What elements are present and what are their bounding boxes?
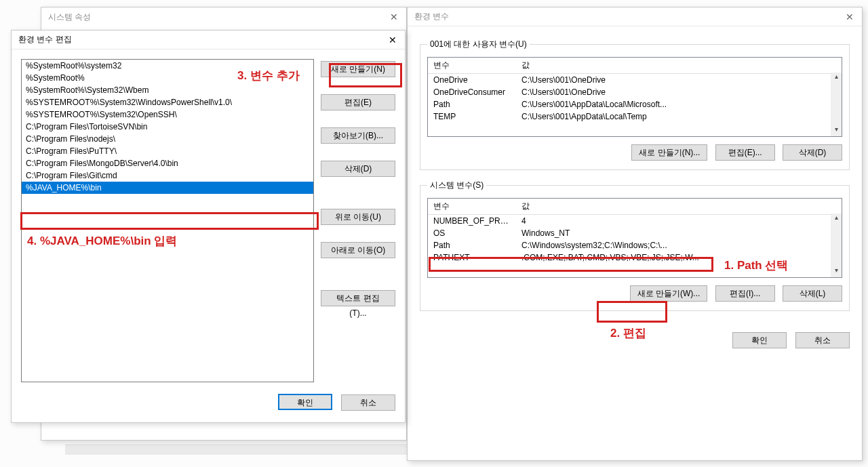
cell-var: PATHEXT xyxy=(428,251,516,264)
sys-delete-button[interactable]: 삭제(L) xyxy=(783,285,842,302)
path-list[interactable]: %SystemRoot%\system32%SystemRoot%%System… xyxy=(21,59,314,382)
table-row[interactable]: PATHEXT.COM;.EXE;.BAT;.CMD;.VBS;.VBE;.JS… xyxy=(428,251,842,264)
user-vars-legend: 001에 대한 사용자 변수(U) xyxy=(427,39,530,50)
list-item[interactable]: %SystemRoot%\System32\Wbem xyxy=(22,84,313,96)
cell-val: C:\Users\001\OneDrive xyxy=(516,74,842,86)
cell-val: Windows_NT xyxy=(516,227,842,239)
col-header-val[interactable]: 값 xyxy=(516,58,842,73)
user-vars-group: 001에 대한 사용자 변수(U) 변수 값 OneDriveC:\Users\… xyxy=(420,39,850,170)
system-vars-group: 시스템 변수(S) 변수 값 NUMBER_OF_PRO...4OSWindow… xyxy=(420,180,850,311)
list-item[interactable]: %JAVA_HOME%\bin xyxy=(22,182,313,194)
scroll-down-icon[interactable]: ▾ xyxy=(831,266,842,277)
table-row[interactable]: OneDriveC:\Users\001\OneDrive xyxy=(428,74,842,86)
table-row[interactable]: OSWindows_NT xyxy=(428,227,842,239)
cell-val: C:\Users\001\AppData\Local\Temp xyxy=(516,110,842,123)
system-vars-list[interactable]: 변수 값 NUMBER_OF_PRO...4OSWindows_NTPathC:… xyxy=(427,198,842,278)
cell-var: OneDriveConsumer xyxy=(428,86,516,98)
ok-button[interactable]: 확인 xyxy=(278,394,332,410)
scrollbar[interactable]: ▴ ▾ xyxy=(831,73,842,136)
cell-var: NUMBER_OF_PRO... xyxy=(428,215,516,227)
cell-var: Path xyxy=(428,239,516,251)
delete-button[interactable]: 삭제(D) xyxy=(321,161,395,177)
list-item[interactable]: %SYSTEMROOT%\System32\OpenSSH\ xyxy=(22,108,313,121)
system-vars-legend: 시스템 변수(S) xyxy=(427,180,486,191)
sys-edit-button[interactable]: 편집(I)... xyxy=(715,285,775,302)
cell-val: 4 xyxy=(516,215,842,227)
list-item[interactable]: %SYSTEMROOT%\System32\WindowsPowerShell\… xyxy=(22,96,313,108)
table-row[interactable]: PathC:\Windows\system32;C:\Windows;C:\..… xyxy=(428,239,842,251)
user-new-button[interactable]: 새로 만들기(N)... xyxy=(631,144,707,161)
table-row[interactable]: OneDriveConsumerC:\Users\001\OneDrive xyxy=(428,86,842,98)
new-button[interactable]: 새로 만들기(N) xyxy=(321,61,395,77)
table-row[interactable]: TEMPC:\Users\001\AppData\Local\Temp xyxy=(428,110,842,123)
scrollbar[interactable]: ▴ ▾ xyxy=(831,214,842,277)
ok-button[interactable]: 확인 xyxy=(732,332,787,348)
scroll-up-icon[interactable]: ▴ xyxy=(831,73,842,83)
window-title: 환경 변수 xyxy=(414,11,449,22)
env-vars-window: 환경 변수 ✕ 001에 대한 사용자 변수(U) 변수 값 OneDriveC… xyxy=(407,7,863,461)
close-icon[interactable]: ✕ xyxy=(843,12,856,22)
text-edit-button[interactable]: 텍스트 편집(T)... xyxy=(321,290,395,306)
scroll-down-icon[interactable]: ▾ xyxy=(831,125,842,136)
window-title: 시스템 속성 xyxy=(48,12,91,23)
col-header-var[interactable]: 변수 xyxy=(428,58,516,73)
list-item[interactable]: C:\Program Files\TortoiseSVN\bin xyxy=(22,121,313,133)
edit-button[interactable]: 편집(E) xyxy=(321,94,395,110)
cell-val: C:\Windows\system32;C:\Windows;C:\... xyxy=(516,239,842,251)
close-icon[interactable]: ✕ xyxy=(386,35,399,45)
window-title: 환경 변수 편집 xyxy=(18,34,72,45)
list-item[interactable]: C:\Program Files\Git\cmd xyxy=(22,169,313,182)
list-item[interactable]: C:\Program Files\PuTTY\ xyxy=(22,145,313,157)
scroll-up-icon[interactable]: ▴ xyxy=(831,214,842,224)
browse-button[interactable]: 찾아보기(B)... xyxy=(321,127,395,144)
titlebar[interactable]: 시스템 속성 ✕ xyxy=(41,7,406,26)
list-item[interactable]: C:\Program Files\MongoDB\Server\4.0\bin xyxy=(22,157,313,169)
cell-val: C:\Users\001\AppData\Local\Microsoft... xyxy=(516,98,842,110)
list-item[interactable]: %SystemRoot% xyxy=(22,72,313,84)
cell-var: OS xyxy=(428,227,516,239)
titlebar[interactable]: 환경 변수 ✕ xyxy=(408,7,862,26)
move-up-button[interactable]: 위로 이동(U) xyxy=(321,209,395,225)
cancel-button[interactable]: 취소 xyxy=(341,394,395,411)
cell-var: TEMP xyxy=(428,110,516,123)
cell-var: Path xyxy=(428,98,516,110)
sys-new-button[interactable]: 새로 만들기(W)... xyxy=(630,285,708,302)
move-down-button[interactable]: 아래로 이동(O) xyxy=(321,242,395,258)
cancel-button[interactable]: 취소 xyxy=(795,332,850,348)
user-edit-button[interactable]: 편집(E)... xyxy=(715,144,775,161)
table-row[interactable]: PathC:\Users\001\AppData\Local\Microsoft… xyxy=(428,98,842,110)
list-item[interactable]: %SystemRoot%\system32 xyxy=(22,60,313,72)
cell-val: C:\Users\001\OneDrive xyxy=(516,86,842,98)
list-item[interactable]: C:\Program Files\nodejs\ xyxy=(22,133,313,145)
user-delete-button[interactable]: 삭제(D) xyxy=(783,144,842,161)
cell-var: OneDrive xyxy=(428,74,516,86)
user-vars-list[interactable]: 변수 값 OneDriveC:\Users\001\OneDriveOneDri… xyxy=(427,57,842,137)
edit-env-var-window: 환경 변수 편집 ✕ %SystemRoot%\system32%SystemR… xyxy=(11,30,406,423)
col-header-val[interactable]: 값 xyxy=(516,199,842,214)
cell-val: .COM;.EXE;.BAT;.CMD;.VBS;.VBE;.JS;.JSE;.… xyxy=(516,251,842,264)
close-icon[interactable]: ✕ xyxy=(387,12,401,22)
table-row[interactable]: NUMBER_OF_PRO...4 xyxy=(428,215,842,227)
titlebar[interactable]: 환경 변수 편집 ✕ xyxy=(12,31,405,49)
col-header-var[interactable]: 변수 xyxy=(428,199,516,214)
